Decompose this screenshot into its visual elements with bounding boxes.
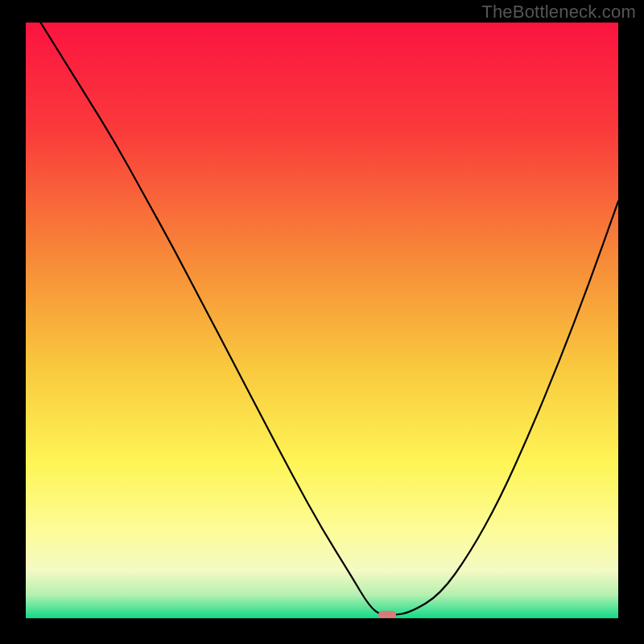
plot-area bbox=[26, 23, 618, 618]
watermark-text: TheBottleneck.com bbox=[481, 2, 636, 23]
optimal-marker bbox=[378, 611, 396, 618]
chart-frame: TheBottleneck.com bbox=[0, 0, 644, 644]
bottleneck-chart bbox=[26, 23, 618, 618]
